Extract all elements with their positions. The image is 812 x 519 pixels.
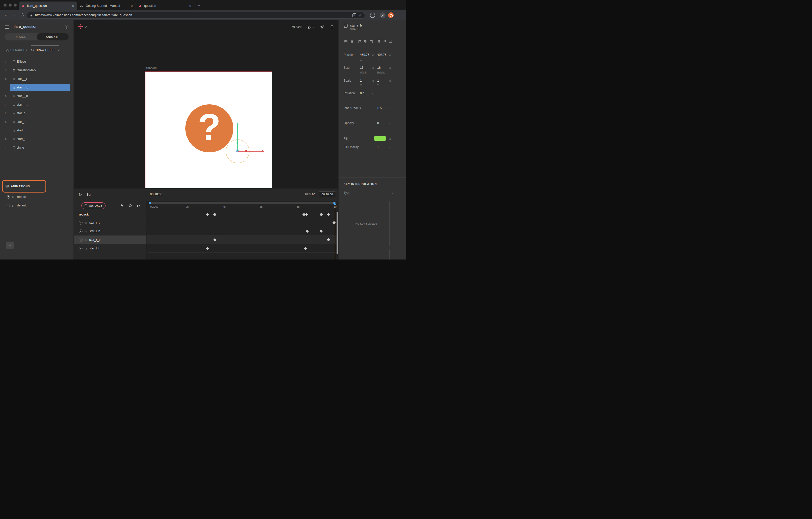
position-y-field[interactable]: 403.75 — [377, 53, 386, 57]
autokey-button[interactable]: AUTOKEY — [81, 202, 106, 209]
settings-gear-icon[interactable] — [320, 25, 324, 30]
reorder-handle-icon[interactable]: ⇅ — [4, 129, 10, 132]
keyframe[interactable] — [320, 213, 323, 216]
keyframe[interactable] — [213, 238, 216, 241]
fit-keys-icon[interactable] — [137, 204, 141, 208]
omnibox[interactable]: https://www.2dimensions.com/a/aceshenqi/… — [27, 11, 365, 19]
browser-tab[interactable]: question× — [136, 1, 195, 10]
extension-icon[interactable] — [369, 12, 375, 18]
layer-item-star_r_t[interactable]: ⇅☆star_r_t — [0, 100, 74, 109]
layer-item-star_b[interactable]: ⇅☆star_b — [0, 109, 74, 117]
reorder-handle-icon[interactable]: ⇅ — [4, 60, 10, 63]
fill-opacity-field[interactable]: 1 — [377, 145, 379, 149]
info-icon[interactable]: i — [65, 25, 68, 29]
tab-close-icon[interactable]: × — [130, 4, 133, 8]
url-text[interactable]: https://www.2dimensions.com/a/aceshenqi/… — [35, 13, 350, 17]
keyframe[interactable] — [304, 247, 307, 250]
layer-item-star_r_b[interactable]: ⇅☆star_r_b — [0, 83, 74, 92]
tab-close-icon[interactable]: × — [188, 4, 192, 8]
artboard-label[interactable]: Artboard — [145, 66, 156, 70]
fill-color-swatch[interactable] — [374, 136, 386, 141]
current-time[interactable]: 00:10:00 — [150, 193, 162, 196]
reorder-handle-icon[interactable]: ⇅ — [4, 95, 10, 98]
align-middle-icon[interactable] — [383, 39, 387, 43]
scale-y-field[interactable]: 1 — [377, 79, 379, 82]
keyframe[interactable] — [305, 213, 308, 216]
tool-dropdown-chevron-icon[interactable] — [85, 26, 87, 28]
reorder-handle-icon[interactable]: ⇅ — [4, 86, 10, 89]
close-window-icon[interactable] — [3, 3, 6, 6]
window-controls[interactable] — [3, 3, 17, 6]
align-bottom-icon[interactable] — [389, 39, 393, 43]
export-share-icon[interactable] — [330, 25, 334, 30]
translate-icon[interactable]: A — [352, 13, 356, 17]
browser-tab[interactable]: 2DGetting Started - Manual× — [77, 1, 136, 10]
browser-tab[interactable]: flare_question× — [19, 1, 77, 10]
layer-item-Ellipse[interactable]: ⇅Ellipse — [0, 57, 74, 66]
menu-icon[interactable] — [5, 26, 9, 29]
keyframe[interactable] — [206, 247, 209, 250]
timeline-ruler[interactable]: 00:00s2s4s6s8s10 — [147, 205, 338, 209]
select-cursor-icon[interactable] — [120, 204, 123, 209]
track-lane-star_r_b[interactable] — [147, 236, 338, 244]
track-name-star_l_t[interactable]: ▸☆star_l_t — [74, 244, 146, 253]
reorder-handle-icon[interactable]: ⇅ — [4, 138, 10, 140]
layer-item-circle[interactable]: ⇅circle — [0, 143, 74, 152]
keyframe-toggle[interactable]: ◇ — [389, 122, 391, 125]
zoom-level[interactable]: 79.54% — [291, 25, 302, 29]
gizmo-x-arrow-icon[interactable] — [262, 150, 264, 153]
align-top-icon[interactable] — [377, 39, 381, 43]
expander-icon[interactable]: ▸ — [79, 247, 83, 250]
track-name-star_r_t[interactable]: ▸☆star_r_t — [74, 218, 146, 227]
distribute-horizontal-icon[interactable] — [344, 39, 348, 43]
animation-item-default[interactable]: ▷default — [0, 201, 74, 210]
maximize-window-icon[interactable] — [13, 3, 17, 6]
keyframe[interactable] — [306, 229, 309, 233]
add-animation-button[interactable]: + — [6, 242, 14, 249]
tab-design[interactable]: DESIGN — [4, 33, 37, 40]
radio-icon[interactable] — [6, 195, 10, 199]
animation-item-reback[interactable]: ▷reback — [0, 193, 74, 201]
layer-item-star_l_t[interactable]: ⇅☆star_l_t — [0, 75, 74, 83]
timeline-scrollbar[interactable] — [337, 212, 338, 254]
visibility-icon[interactable] — [307, 26, 311, 30]
layer-item-star_r[interactable]: ⇅☆star_r — [0, 117, 74, 126]
align-center-horizontal-icon[interactable] — [364, 39, 367, 43]
inner-radius-field[interactable]: 0.5 — [377, 106, 382, 110]
new-tab-button[interactable]: + — [198, 1, 201, 10]
question-mark-shape[interactable]: ? — [198, 108, 221, 146]
height-field[interactable]: 16 — [377, 66, 380, 70]
duration-field[interactable]: 00:10:00 — [319, 191, 335, 197]
reorder-handle-icon[interactable]: ⇅ — [4, 146, 10, 149]
tab-close-icon[interactable]: × — [71, 4, 75, 8]
tab-hierarchy[interactable]: HIERARCHY — [6, 49, 27, 52]
position-x-field[interactable]: 469.75 — [360, 53, 369, 57]
reorder-handle-icon[interactable]: ⇅ — [4, 103, 10, 106]
layer-item-star_l_b[interactable]: ⇅☆star_l_b — [0, 92, 74, 100]
fps-display[interactable]: FPS60 — [305, 193, 315, 196]
radio-icon[interactable] — [6, 204, 10, 207]
align-right-icon[interactable] — [369, 39, 373, 43]
scale-x-field[interactable]: 1 — [360, 79, 362, 82]
range-start-handle[interactable] — [149, 202, 151, 204]
track-name-star_r_b[interactable]: ▸☆star_r_b — [74, 236, 146, 244]
reorder-handle-icon[interactable]: ⇅ — [4, 120, 10, 123]
ellipse-shape[interactable]: ? — [185, 104, 233, 153]
keyframe-toggle[interactable]: ◇ — [389, 146, 391, 148]
layer-item-QuestionMark[interactable]: ⇅?QuestionMark — [0, 66, 74, 75]
artboard[interactable]: ? ☆ — [145, 72, 272, 188]
timeline-range-bar[interactable] — [149, 202, 336, 204]
expander-icon[interactable]: ▸ — [79, 229, 83, 233]
canvas[interactable]: 79.54% Artboard ? — [74, 20, 338, 260]
layer-item-start_t[interactable]: ⇅☆start_t — [0, 135, 74, 143]
keyframe[interactable] — [213, 213, 216, 216]
reorder-handle-icon[interactable]: ⇅ — [4, 78, 10, 80]
track-name-reback[interactable]: reback — [74, 211, 146, 218]
track-lane-reback[interactable] — [147, 211, 338, 218]
profile-avatar-icon[interactable] — [379, 12, 385, 18]
keyframe[interactable] — [327, 238, 330, 241]
width-field[interactable]: 16 — [360, 66, 363, 70]
reorder-handle-icon[interactable]: ⇅ — [4, 112, 10, 115]
keyframe-toggle[interactable]: ◇ — [389, 107, 391, 110]
selected-star-shape[interactable]: ☆ — [235, 148, 239, 153]
